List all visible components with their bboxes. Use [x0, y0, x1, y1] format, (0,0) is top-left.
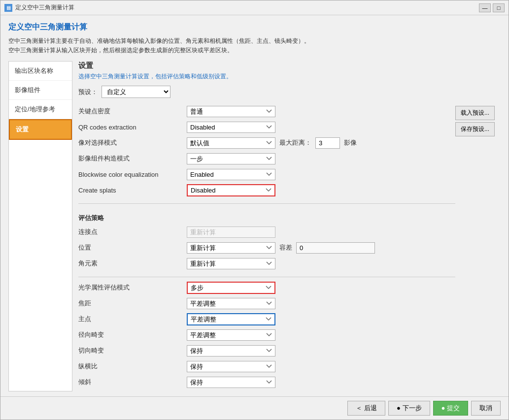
inner-layout: 关键点密度 普通 QR codes extraction [78, 105, 495, 391]
titlebar: ▦ 定义空中三角测量计算 — □ [0, 0, 509, 15]
keypoint-density-control: 普通 [187, 106, 275, 117]
position-select[interactable]: 重新计算 保持 [187, 242, 275, 254]
window-title: 定义空中三角测量计算 [15, 3, 479, 12]
panel-subtext: 选择空中三角测量计算设置，包括评估策略和低级别设置。 [78, 72, 495, 81]
tie-points-control: 重新计算 [187, 226, 275, 238]
skew-label: 倾斜 [78, 378, 187, 387]
tolerance-label: 容差 [279, 243, 292, 252]
sidebar-item-settings[interactable]: 设置 [9, 119, 72, 140]
maximize-button[interactable]: □ [493, 3, 505, 12]
image-selection-label: 像对选择模式 [78, 138, 187, 147]
aspect-ratio-label: 纵横比 [78, 362, 187, 371]
next-button[interactable]: ● 下一步 [388, 401, 430, 416]
principal-point-control: 平差调整 重新计算 保持 [187, 313, 275, 325]
blockwise-color-select[interactable]: Enabled Disabled [187, 169, 275, 180]
page-description: 空中三角测量计算主要在于自动、准确地估算每帧输入影像的位置、角元素和相机属性（焦… [8, 36, 501, 55]
tangential-distortion-control: 保持 平差调整 重新计算 [187, 345, 275, 356]
cancel-button[interactable]: 取消 [471, 401, 501, 416]
keypoint-density-row: 关键点密度 普通 [78, 105, 455, 118]
main-body: 输出区块名称 影像组件 定位/地理参考 设置 设置 选择空中三角测量计算设置，包… [8, 61, 501, 391]
tie-points-label: 连接点 [78, 227, 187, 236]
page-title: 定义空中三角测量计算 [8, 22, 501, 32]
principal-point-label: 主点 [78, 315, 187, 323]
sidebar: 输出区块名称 影像组件 定位/地理参考 设置 [8, 61, 72, 391]
aspect-ratio-select[interactable]: 保持 平差调整 重新计算 [187, 361, 275, 372]
aspect-ratio-control: 保持 平差调整 重新计算 [187, 361, 275, 372]
angle-control: 重新计算 保持 [187, 258, 275, 269]
blockwise-color-label: Blockwise color equalization [78, 171, 187, 178]
tangential-distortion-select[interactable]: 保持 平差调整 重新计算 [187, 345, 275, 356]
radial-distortion-select[interactable]: 平差调整 重新计算 保持 [187, 329, 275, 341]
qr-codes-control: Disabled Enabled [187, 122, 275, 133]
angle-label: 角元素 [78, 259, 187, 268]
optical-mode-select[interactable]: 多步 一步 禁用 [187, 282, 275, 294]
position-control: 重新计算 保持 容差 [187, 242, 375, 254]
image-selection-select[interactable]: 默认值 [187, 137, 275, 149]
keypoint-density-select[interactable]: 普通 [187, 106, 275, 117]
load-preset-button[interactable]: 载入预设... [455, 106, 495, 120]
sidebar-item-image[interactable]: 影像组件 [9, 81, 72, 100]
image-selection-control: 默认值 最大距离： 影像 [187, 137, 357, 149]
panel-header: 设置 [78, 61, 495, 70]
tangential-distortion-label: 切向畸变 [78, 346, 187, 355]
sidebar-item-output[interactable]: 输出区块名称 [9, 62, 72, 81]
optical-mode-label: 光学属性评估模式 [78, 283, 187, 292]
create-splats-row: Create splats Disabled Enabled [78, 184, 455, 196]
image-component-mode-select[interactable]: 一步 [187, 153, 275, 164]
angle-select[interactable]: 重新计算 保持 [187, 258, 275, 269]
divider-1 [78, 203, 455, 204]
max-dist-label: 最大距离： [279, 138, 311, 147]
blockwise-color-row: Blockwise color equalization Enabled Dis… [78, 168, 455, 181]
preset-select[interactable]: 自定义 [102, 86, 170, 98]
principal-point-row: 主点 平差调整 重新计算 保持 [78, 313, 455, 325]
keypoint-density-label: 关键点密度 [78, 107, 187, 116]
focal-length-control: 平差调整 重新计算 保持 [187, 298, 275, 309]
minimize-button[interactable]: — [479, 3, 491, 12]
sidebar-item-georef[interactable]: 定位/地理参考 [9, 100, 72, 119]
position-label: 位置 [78, 243, 187, 252]
right-sidebar: 载入预设... 保存预设... [455, 105, 495, 391]
qr-codes-label: QR codes extraction [78, 124, 187, 131]
settings-scroll: 关键点密度 普通 QR codes extraction [78, 105, 455, 391]
skew-select[interactable]: 保持 平差调整 重新计算 [187, 377, 275, 388]
position-row: 位置 重新计算 保持 容差 [78, 241, 455, 254]
angle-row: 角元素 重新计算 保持 [78, 257, 455, 270]
divider-2 [78, 277, 455, 277]
focal-length-select[interactable]: 平差调整 重新计算 保持 [187, 298, 275, 309]
image-selection-row: 像对选择模式 默认值 最大距离： 影像 [78, 136, 455, 149]
save-preset-button[interactable]: 保存预设... [455, 122, 495, 136]
skew-row: 倾斜 保持 平差调整 重新计算 [78, 376, 455, 388]
tangential-distortion-row: 切向畸变 保持 平差调整 重新计算 [78, 344, 455, 357]
right-panel: 设置 选择空中三角测量计算设置，包括评估策略和低级别设置。 预设： 自定义 关键… [72, 61, 501, 391]
image-component-mode-control: 一步 [187, 153, 275, 164]
blockwise-color-control: Enabled Disabled [187, 169, 275, 180]
create-splats-label: Create splats [78, 187, 187, 194]
content-area: 定义空中三角测量计算 空中三角测量计算主要在于自动、准确地估算每帧输入影像的位置… [0, 15, 509, 396]
create-splats-select[interactable]: Disabled Enabled [187, 184, 275, 196]
optical-mode-row: 光学属性评估模式 多步 一步 禁用 [78, 281, 455, 294]
footer: ＜ 后退 ● 下一步 ● 提交 取消 [0, 396, 509, 420]
window-controls: — □ [479, 3, 505, 12]
back-button[interactable]: ＜ 后退 [347, 401, 385, 416]
max-dist-input[interactable] [315, 137, 340, 149]
aspect-ratio-row: 纵横比 保持 平差调整 重新计算 [78, 360, 455, 373]
principal-point-select[interactable]: 平差调整 重新计算 保持 [187, 313, 275, 325]
focal-length-label: 焦距 [78, 299, 187, 308]
qr-codes-row: QR codes extraction Disabled Enabled [78, 121, 455, 133]
app-icon: ▦ [4, 4, 12, 12]
main-window: ▦ 定义空中三角测量计算 — □ 定义空中三角测量计算 空中三角测量计算主要在于… [0, 0, 509, 420]
focal-length-row: 焦距 平差调整 重新计算 保持 [78, 297, 455, 310]
strategy-section-label: 评估策略 [78, 214, 455, 223]
radial-distortion-row: 径向畸变 平差调整 重新计算 保持 [78, 328, 455, 341]
tie-points-select[interactable]: 重新计算 [187, 226, 275, 238]
radial-distortion-label: 径向畸变 [78, 330, 187, 339]
tolerance-input[interactable] [296, 242, 375, 254]
submit-button[interactable]: ● 提交 [433, 401, 468, 416]
skew-control: 保持 平差调整 重新计算 [187, 377, 275, 388]
image-component-mode-row: 影像组件构造模式 一步 [78, 152, 455, 165]
tie-points-row: 连接点 重新计算 [78, 226, 455, 238]
create-splats-control: Disabled Enabled [187, 184, 275, 196]
preset-row: 预设： 自定义 [78, 86, 495, 98]
qr-codes-select[interactable]: Disabled Enabled [187, 122, 275, 133]
preset-label: 预设： [78, 88, 98, 97]
